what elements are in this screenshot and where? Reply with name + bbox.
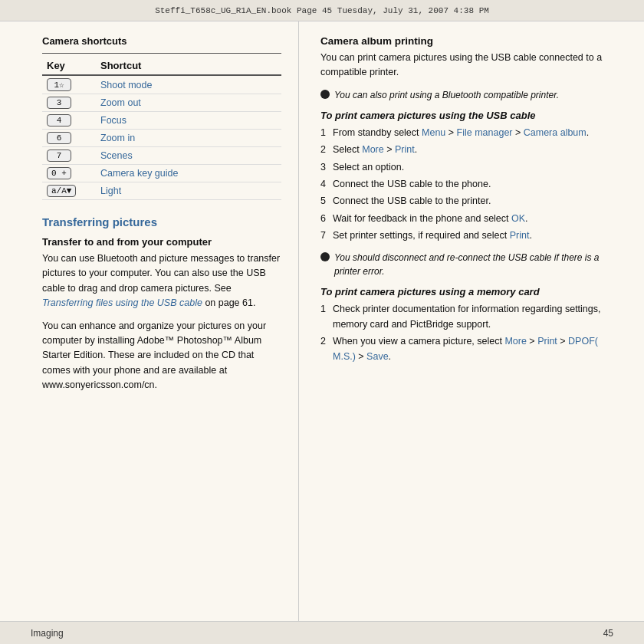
key-badge: 3 [47,97,71,109]
note2-text: You should disconnect and re-connect the… [334,251,621,278]
step-num: 5 [320,194,326,209]
step-num: 1 [320,302,326,317]
transfer-subsection: Transfer to and from your computer [42,236,281,248]
shortcut-row: 3 Zoom out [42,94,281,112]
step-link: Camera album [524,127,586,138]
transfer-title: Transferring pictures [42,215,281,228]
header-text: Steffi_T658c_UG_R1A_EN.book Page 45 Tues… [155,6,489,15]
step-text: Wait for feedback in the phone and selec… [333,213,528,224]
note1-text: You can also print using a Bluetooth com… [334,88,559,102]
shortcut-text: Light [100,186,121,196]
right-column: Camera album printing You can print came… [299,21,644,621]
shortcuts-title: Camera shortcuts [42,35,281,47]
shortcut-text-cell: Zoom in [96,130,281,147]
step-link: File manager [457,127,513,138]
key-badge: 7 [47,150,71,162]
step-text: Select More > Print. [333,144,417,155]
step-num: 2 [320,143,326,157]
step-text: Connect the USB cable to the printer. [333,196,491,206]
footer-bar: Imaging 45 [0,621,644,644]
shortcut-text-cell: Shoot mode [96,75,281,94]
step-link: Menu [422,127,445,138]
shortcut-row: 1☆ Shoot mode [42,75,281,94]
step-item: 3Select an option. [320,160,621,175]
footer-right: 45 [603,628,613,639]
shortcut-row: 0 + Camera key guide [42,165,281,182]
step-link: Print [510,230,530,241]
transfer-body1-text: You can use Bluetooth and picture messag… [42,253,280,294]
step-item: 1Check printer documentation for informa… [320,302,621,332]
memory-steps-list: 1Check printer documentation for informa… [320,302,621,364]
content-area: Camera shortcuts Key Shortcut 1☆ Shoot m… [0,21,644,621]
step-item: 5Connect the USB cable to the printer. [320,194,621,209]
step-item: 7Set printer settings, if required and s… [320,228,621,243]
step-num: 7 [320,228,326,243]
step-num: 3 [320,160,326,175]
shortcut-text: Camera key guide [100,168,178,179]
step-item: 1From standby select Menu > File manager… [320,126,621,140]
usb-step-title: To print camera pictures using the USB c… [320,110,621,121]
step-link: Save [366,351,389,362]
shortcut-key-cell: 7 [42,147,96,165]
step-num: 6 [320,212,326,226]
album-title: Camera album printing [320,35,621,47]
header-bar: Steffi_T658c_UG_R1A_EN.book Page 45 Tues… [0,0,644,21]
transfer-body1: You can use Bluetooth and picture messag… [42,251,281,311]
shortcut-row: 6 Zoom in [42,130,281,147]
step-link: Print [537,336,557,347]
note1-bullet [320,90,330,99]
note2-bullet [320,252,330,261]
usb-steps-list: 1From standby select Menu > File manager… [320,126,621,244]
key-badge: 1☆ [47,78,71,91]
shortcut-key-cell: 3 [42,94,96,112]
shortcut-text: Scenes [100,150,133,161]
step-link: Print [395,144,415,155]
shortcut-text: Focus [100,115,127,126]
footer-left: Imaging [31,628,64,639]
shortcut-key-cell: 4 [42,112,96,130]
shortcut-text: Zoom in [100,133,135,143]
step-num: 1 [320,126,326,140]
step-item: 4Connect the USB cable to the phone. [320,177,621,192]
step-text: When you view a camera picture, select M… [333,336,598,361]
key-badge: 4 [47,114,71,127]
step-item: 6Wait for feedback in the phone and sele… [320,212,621,226]
step-text: Select an option. [333,162,404,172]
shortcut-text-cell: Focus [96,112,281,130]
key-badge: a/A▼ [47,185,76,197]
shortcut-row: a/A▼ Light [42,182,281,200]
step-item: 2When you view a camera picture, select … [320,334,621,364]
shortcut-row: 4 Focus [42,112,281,130]
shortcut-key-cell: 0 + [42,165,96,182]
album-intro: You can print camera pictures using the … [320,51,621,80]
shortcut-text-cell: Camera key guide [96,165,281,182]
shortcut-key-cell: a/A▼ [42,182,96,200]
shortcut-key-cell: 1☆ [42,75,96,94]
step-text: Connect the USB cable to the phone. [333,179,491,189]
page-container: Steffi_T658c_UG_R1A_EN.book Page 45 Tues… [0,0,644,644]
step-link: OK [511,213,525,224]
note1-box: You can also print using a Bluetooth com… [320,88,621,102]
shortcut-text: Shoot mode [100,80,152,90]
transfer-body1-end: on page 61. [202,297,256,308]
left-column: Camera shortcuts Key Shortcut 1☆ Shoot m… [0,21,299,621]
key-badge: 6 [47,132,71,144]
shortcut-text-cell: Zoom out [96,94,281,112]
step-text: From standby select Menu > File manager … [333,127,589,138]
shortcut-table: Key Shortcut 1☆ Shoot mode 3 Zoom out 4 … [42,57,281,200]
shortcut-text-cell: Scenes [96,147,281,165]
col-shortcut-header: Shortcut [96,57,281,75]
shortcut-text-cell: Light [96,182,281,200]
step-link: More [504,336,526,347]
memory-step-title: To print camera pictures using a memory … [320,286,621,297]
col-key-header: Key [42,57,96,75]
step-num: 4 [320,177,326,192]
shortcut-text: Zoom out [100,97,141,108]
shortcut-key-cell: 6 [42,130,96,147]
step-text: Set printer settings, if required and se… [333,230,532,241]
step-link: More [362,144,383,155]
transfer-body2: You can enhance and organize your pictur… [42,319,281,393]
key-badge: 0 + [47,167,71,179]
shortcut-row: 7 Scenes [42,147,281,165]
note2-box: You should disconnect and re-connect the… [320,251,621,278]
